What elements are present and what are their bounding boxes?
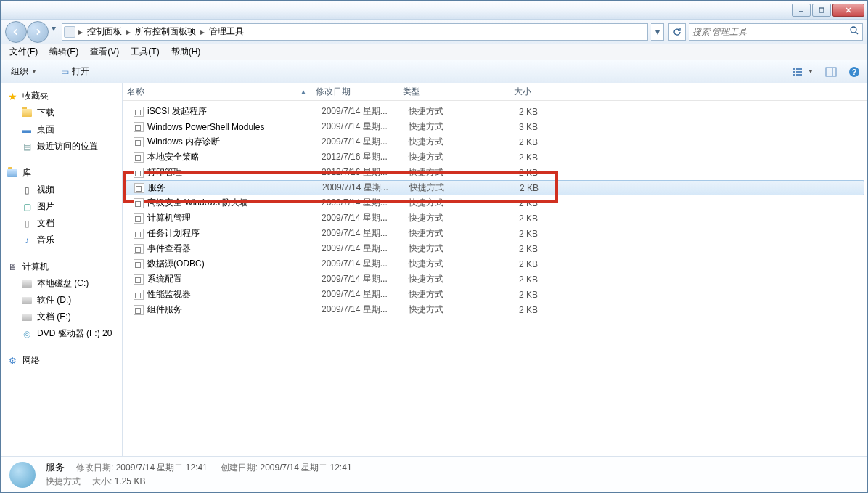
search-icon[interactable]: [849, 25, 859, 38]
file-row[interactable]: iSCSI 发起程序2009/7/14 星期...快捷方式2 KB: [123, 104, 867, 119]
sidebar-item-documents[interactable]: ▯文档: [1, 215, 122, 232]
file-row[interactable]: Windows PowerShell Modules2009/7/14 星期..…: [123, 119, 867, 134]
file-row[interactable]: Windows 内存诊断2009/7/14 星期...快捷方式2 KB: [123, 134, 867, 150]
file-size: 2 KB: [491, 259, 542, 269]
menu-edit[interactable]: 编辑(E): [45, 44, 83, 60]
file-size: 2 KB: [491, 229, 542, 239]
open-button[interactable]: ▭ 打开: [55, 62, 95, 81]
file-name: 事件查看器: [147, 243, 191, 255]
svg-rect-6: [793, 68, 795, 70]
file-type: 快捷方式: [404, 243, 491, 255]
menu-view[interactable]: 查看(V): [86, 44, 123, 60]
file-size: 2 KB: [491, 107, 542, 117]
network-group[interactable]: ⚙网络: [1, 352, 122, 369]
crumb-control-panel[interactable]: 控制面板: [84, 24, 125, 40]
odbc-icon: [133, 258, 144, 270]
libraries-group[interactable]: 库: [1, 165, 122, 182]
help-button[interactable]: ?: [846, 65, 863, 79]
crumb-admin-tools[interactable]: 管理工具: [206, 24, 247, 40]
sidebar-item-downloads[interactable]: 下载: [1, 105, 122, 121]
titlebar: [1, 1, 867, 20]
file-type: 快捷方式: [404, 273, 491, 285]
file-name: 计算机管理: [147, 212, 191, 224]
sidebar-item-desktop[interactable]: ▬桌面: [1, 121, 122, 138]
back-button[interactable]: [5, 21, 27, 43]
address-dropdown[interactable]: ▾: [651, 23, 664, 41]
file-name: 性能监视器: [147, 288, 191, 301]
sidebar-item-drive-e[interactable]: 文档 (E:): [1, 309, 122, 325]
file-list-area: 名称▲ 修改日期 类型 大小 iSCSI 发起程序2009/7/14 星期...…: [123, 83, 867, 456]
file-name: 高级安全 Windows 防火墙: [147, 197, 248, 209]
organize-label: 组织: [11, 65, 28, 78]
search-box[interactable]: [689, 23, 863, 41]
file-type: 快捷方式: [404, 166, 491, 179]
file-type: 快捷方式: [404, 136, 491, 148]
computer-group[interactable]: 🖥计算机: [1, 258, 122, 275]
menu-tools[interactable]: 工具(T): [126, 44, 163, 60]
file-row[interactable]: 组件服务2009/7/14 星期...快捷方式2 KB: [123, 302, 867, 317]
file-row[interactable]: 事件查看器2009/7/14 星期...快捷方式2 KB: [123, 241, 867, 256]
svg-rect-7: [793, 71, 795, 73]
details-icon: [8, 460, 37, 489]
navigation-pane: ★收藏夹 下载 ▬桌面 ▤最近访问的位置 库 ▯视频 ▢图片 ▯文档 ♪音乐 🖥…: [1, 83, 123, 456]
refresh-button[interactable]: [668, 23, 686, 41]
chevron-right-icon[interactable]: ▸: [199, 27, 206, 37]
col-name[interactable]: 名称▲: [123, 83, 311, 100]
search-input[interactable]: [692, 27, 849, 37]
file-row[interactable]: 数据源(ODBC)2009/7/14 星期...快捷方式2 KB: [123, 256, 867, 272]
col-date[interactable]: 修改日期: [311, 83, 398, 100]
view-options-button[interactable]: ▼: [789, 65, 816, 78]
file-size: 2 KB: [491, 305, 542, 315]
file-row[interactable]: 打印管理2012/7/16 星期...快捷方式2 KB: [123, 165, 867, 180]
file-size: 2 KB: [491, 137, 542, 147]
file-date: 2009/7/14 星期...: [317, 243, 404, 255]
perf-icon: [133, 289, 144, 301]
file-row[interactable]: 高级安全 Windows 防火墙2009/7/14 星期...快捷方式2 KB: [123, 195, 867, 211]
sidebar-item-videos[interactable]: ▯视频: [1, 182, 122, 198]
file-row[interactable]: 系统配置2009/7/14 星期...快捷方式2 KB: [123, 272, 867, 287]
close-button[interactable]: [832, 4, 864, 17]
sidebar-item-drive-c[interactable]: 本地磁盘 (C:): [1, 275, 122, 292]
globe-icon: [133, 106, 144, 118]
sidebar-item-dvd[interactable]: ◎DVD 驱动器 (F:) 20: [1, 325, 122, 342]
organize-button[interactable]: 组织 ▼: [5, 62, 43, 81]
history-dropdown[interactable]: ▾: [49, 21, 59, 36]
file-row[interactable]: 计算机管理2009/7/14 星期...快捷方式2 KB: [123, 211, 867, 226]
file-type: 快捷方式: [404, 105, 491, 118]
file-row[interactable]: 性能监视器2009/7/14 星期...快捷方式2 KB: [123, 287, 867, 302]
minimize-button[interactable]: [792, 4, 811, 17]
col-type[interactable]: 类型: [398, 83, 486, 100]
sidebar-item-pictures[interactable]: ▢图片: [1, 198, 122, 215]
details-title: 服务: [46, 461, 65, 474]
library-icon: [7, 168, 18, 179]
chevron-right-icon[interactable]: ▸: [125, 27, 132, 37]
file-size: 2 KB: [491, 274, 542, 285]
col-size[interactable]: 大小: [486, 83, 536, 100]
sidebar-item-music[interactable]: ♪音乐: [1, 232, 122, 248]
dvd-icon: ◎: [21, 328, 33, 340]
sidebar-item-drive-d[interactable]: 软件 (D:): [1, 292, 122, 309]
file-row[interactable]: 任务计划程序2009/7/14 星期...快捷方式2 KB: [123, 226, 867, 241]
crumb-all-items[interactable]: 所有控制面板项: [132, 24, 199, 40]
favorites-group[interactable]: ★收藏夹: [1, 88, 122, 105]
file-type: 快捷方式: [404, 197, 491, 209]
file-size: 3 KB: [491, 122, 542, 132]
music-icon: ♪: [21, 235, 33, 246]
chevron-right-icon[interactable]: ▸: [77, 27, 84, 37]
menu-help[interactable]: 帮助(H): [167, 44, 205, 60]
file-name: Windows 内存诊断: [147, 136, 220, 148]
command-bar: 组织 ▼ ▭ 打开 ▼ ?: [1, 60, 867, 83]
file-row[interactable]: 本地安全策略2012/7/16 星期...快捷方式2 KB: [123, 150, 867, 165]
menu-file[interactable]: 文件(F): [5, 44, 42, 60]
size-label: 大小:: [92, 476, 112, 486]
preview-pane-button[interactable]: [822, 65, 840, 78]
computer-label: 计算机: [22, 261, 49, 273]
sidebar-item-recent[interactable]: ▤最近访问的位置: [1, 138, 122, 155]
config-icon: [133, 274, 144, 285]
forward-button[interactable]: [27, 21, 49, 43]
open-icon: ▭: [61, 67, 69, 77]
file-row[interactable]: 服务2009/7/14 星期...快捷方式2 KB: [126, 180, 864, 195]
maximize-button[interactable]: [812, 4, 831, 17]
breadcrumb[interactable]: ▸ 控制面板 ▸ 所有控制面板项 ▸ 管理工具: [62, 23, 648, 41]
file-date: 2009/7/14 星期...: [318, 182, 405, 194]
